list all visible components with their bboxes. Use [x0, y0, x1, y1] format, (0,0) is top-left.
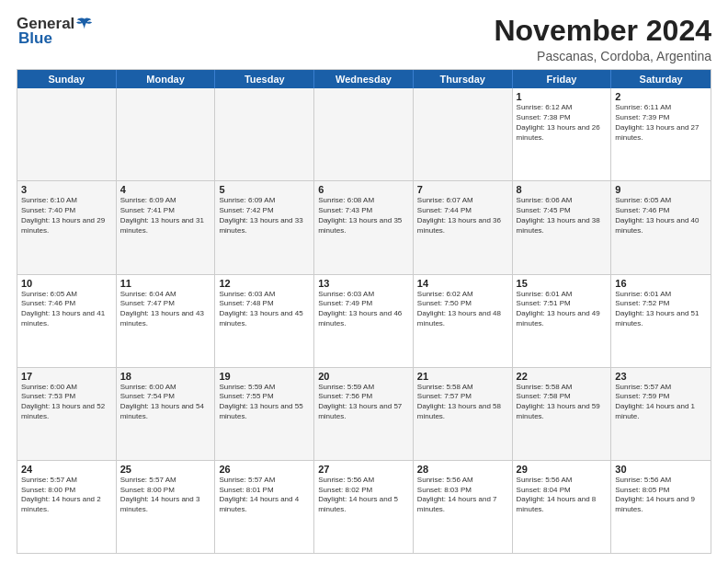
- day-number: 21: [417, 371, 508, 382]
- logo-bird-icon: [76, 16, 93, 32]
- calendar-cell: 3Sunrise: 6:10 AMSunset: 7:40 PMDaylight…: [17, 181, 117, 273]
- calendar-cell: 19Sunrise: 5:59 AMSunset: 7:55 PMDayligh…: [215, 368, 314, 460]
- cell-info: Sunrise: 6:03 AMSunset: 7:48 PMDaylight:…: [219, 290, 310, 329]
- calendar-header-day: Sunday: [17, 70, 117, 88]
- calendar-cell: 23Sunrise: 5:57 AMSunset: 7:59 PMDayligh…: [611, 368, 711, 460]
- calendar-cell: [117, 88, 216, 180]
- day-number: 15: [517, 278, 608, 289]
- calendar-cell: 11Sunrise: 6:04 AMSunset: 7:47 PMDayligh…: [117, 275, 216, 367]
- cell-info: Sunrise: 5:59 AMSunset: 7:56 PMDaylight:…: [318, 383, 409, 422]
- title-area: November 2024 Pascanas, Cordoba, Argenti…: [494, 15, 711, 63]
- day-number: 26: [219, 464, 310, 475]
- calendar-cell: [414, 88, 513, 180]
- calendar-cell: 2Sunrise: 6:11 AMSunset: 7:39 PMDaylight…: [611, 88, 711, 180]
- cell-info: Sunrise: 6:10 AMSunset: 7:40 PMDaylight:…: [21, 196, 112, 236]
- cell-info: Sunrise: 6:05 AMSunset: 7:46 PMDaylight:…: [615, 196, 707, 236]
- month-title: November 2024: [494, 15, 711, 47]
- calendar-row: 3Sunrise: 6:10 AMSunset: 7:40 PMDaylight…: [17, 180, 711, 273]
- cell-info: Sunrise: 6:09 AMSunset: 7:42 PMDaylight:…: [219, 196, 310, 236]
- cell-info: Sunrise: 5:56 AMSunset: 8:05 PMDaylight:…: [615, 476, 707, 515]
- day-number: 17: [21, 371, 112, 382]
- calendar-cell: 27Sunrise: 5:56 AMSunset: 8:02 PMDayligh…: [314, 461, 414, 553]
- calendar-cell: 8Sunrise: 6:06 AMSunset: 7:45 PMDaylight…: [513, 181, 612, 273]
- cell-info: Sunrise: 6:00 AMSunset: 7:53 PMDaylight:…: [21, 383, 112, 422]
- cell-info: Sunrise: 6:03 AMSunset: 7:49 PMDaylight:…: [318, 290, 409, 329]
- day-number: 28: [417, 464, 508, 475]
- cell-info: Sunrise: 6:05 AMSunset: 7:46 PMDaylight:…: [21, 290, 112, 329]
- calendar-cell: 30Sunrise: 5:56 AMSunset: 8:05 PMDayligh…: [611, 461, 711, 553]
- day-number: 9: [615, 184, 707, 195]
- day-number: 6: [318, 184, 409, 195]
- cell-info: Sunrise: 6:08 AMSunset: 7:43 PMDaylight:…: [318, 196, 409, 236]
- cell-info: Sunrise: 6:01 AMSunset: 7:51 PMDaylight:…: [517, 290, 608, 329]
- calendar-cell: 13Sunrise: 6:03 AMSunset: 7:49 PMDayligh…: [314, 275, 414, 367]
- calendar-cell: 26Sunrise: 5:57 AMSunset: 8:01 PMDayligh…: [215, 461, 314, 553]
- cell-info: Sunrise: 5:57 AMSunset: 7:59 PMDaylight:…: [615, 383, 707, 422]
- day-number: 18: [120, 371, 211, 382]
- cell-info: Sunrise: 6:02 AMSunset: 7:50 PMDaylight:…: [417, 290, 508, 329]
- calendar-row: 24Sunrise: 5:57 AMSunset: 8:00 PMDayligh…: [17, 460, 711, 553]
- cell-info: Sunrise: 6:06 AMSunset: 7:45 PMDaylight:…: [517, 196, 608, 236]
- calendar-cell: 17Sunrise: 6:00 AMSunset: 7:53 PMDayligh…: [17, 368, 117, 460]
- cell-info: Sunrise: 5:58 AMSunset: 7:57 PMDaylight:…: [417, 383, 508, 422]
- calendar-cell: 21Sunrise: 5:58 AMSunset: 7:57 PMDayligh…: [414, 368, 513, 460]
- day-number: 7: [417, 184, 508, 195]
- calendar-cell: 29Sunrise: 5:56 AMSunset: 8:04 PMDayligh…: [513, 461, 612, 553]
- day-number: 2: [615, 91, 707, 102]
- day-number: 24: [21, 464, 112, 475]
- calendar-cell: [314, 88, 414, 180]
- cell-info: Sunrise: 6:01 AMSunset: 7:52 PMDaylight:…: [615, 290, 707, 329]
- calendar-cell: 28Sunrise: 5:56 AMSunset: 8:03 PMDayligh…: [414, 461, 513, 553]
- day-number: 30: [615, 464, 707, 475]
- cell-info: Sunrise: 6:11 AMSunset: 7:39 PMDaylight:…: [615, 103, 707, 143]
- calendar-header-day: Saturday: [611, 70, 711, 88]
- cell-info: Sunrise: 5:57 AMSunset: 8:00 PMDaylight:…: [120, 476, 211, 515]
- calendar-cell: 18Sunrise: 6:00 AMSunset: 7:54 PMDayligh…: [117, 368, 216, 460]
- calendar-header-day: Wednesday: [314, 70, 414, 88]
- calendar-cell: 15Sunrise: 6:01 AMSunset: 7:51 PMDayligh…: [513, 275, 612, 367]
- day-number: 10: [21, 278, 112, 289]
- calendar: SundayMondayTuesdayWednesdayThursdayFrid…: [17, 69, 711, 554]
- calendar-cell: [215, 88, 314, 180]
- cell-info: Sunrise: 6:00 AMSunset: 7:54 PMDaylight:…: [120, 383, 211, 422]
- day-number: 8: [517, 184, 608, 195]
- day-number: 12: [219, 278, 310, 289]
- day-number: 3: [21, 184, 112, 195]
- logo: General Blue: [17, 15, 93, 48]
- cell-info: Sunrise: 5:57 AMSunset: 8:01 PMDaylight:…: [219, 476, 310, 515]
- day-number: 11: [120, 278, 211, 289]
- calendar-row: 17Sunrise: 6:00 AMSunset: 7:53 PMDayligh…: [17, 367, 711, 460]
- cell-info: Sunrise: 5:56 AMSunset: 8:04 PMDaylight:…: [517, 476, 608, 515]
- page: General Blue November 2024 Pascanas, Cor…: [0, 0, 728, 563]
- header: General Blue November 2024 Pascanas, Cor…: [17, 15, 711, 63]
- day-number: 25: [120, 464, 211, 475]
- day-number: 13: [318, 278, 409, 289]
- cell-info: Sunrise: 6:04 AMSunset: 7:47 PMDaylight:…: [120, 290, 211, 329]
- day-number: 29: [517, 464, 608, 475]
- calendar-cell: 24Sunrise: 5:57 AMSunset: 8:00 PMDayligh…: [17, 461, 117, 553]
- calendar-body: 1Sunrise: 6:12 AMSunset: 7:38 PMDaylight…: [17, 88, 711, 553]
- subtitle: Pascanas, Cordoba, Argentina: [494, 49, 711, 63]
- calendar-row: 1Sunrise: 6:12 AMSunset: 7:38 PMDaylight…: [17, 88, 711, 180]
- day-number: 5: [219, 184, 310, 195]
- calendar-cell: 25Sunrise: 5:57 AMSunset: 8:00 PMDayligh…: [117, 461, 216, 553]
- calendar-cell: 1Sunrise: 6:12 AMSunset: 7:38 PMDaylight…: [513, 88, 612, 180]
- calendar-cell: 7Sunrise: 6:07 AMSunset: 7:44 PMDaylight…: [414, 181, 513, 273]
- calendar-cell: 22Sunrise: 5:58 AMSunset: 7:58 PMDayligh…: [513, 368, 612, 460]
- cell-info: Sunrise: 5:58 AMSunset: 7:58 PMDaylight:…: [517, 383, 608, 422]
- calendar-cell: 4Sunrise: 6:09 AMSunset: 7:41 PMDaylight…: [117, 181, 216, 273]
- calendar-row: 10Sunrise: 6:05 AMSunset: 7:46 PMDayligh…: [17, 274, 711, 367]
- calendar-cell: 5Sunrise: 6:09 AMSunset: 7:42 PMDaylight…: [215, 181, 314, 273]
- logo-blue: Blue: [17, 29, 52, 48]
- cell-info: Sunrise: 6:09 AMSunset: 7:41 PMDaylight:…: [120, 196, 211, 236]
- day-number: 20: [318, 371, 409, 382]
- day-number: 4: [120, 184, 211, 195]
- calendar-cell: 6Sunrise: 6:08 AMSunset: 7:43 PMDaylight…: [314, 181, 414, 273]
- calendar-header-day: Tuesday: [215, 70, 314, 88]
- day-number: 27: [318, 464, 409, 475]
- day-number: 14: [417, 278, 508, 289]
- day-number: 22: [517, 371, 608, 382]
- day-number: 19: [219, 371, 310, 382]
- calendar-cell: 16Sunrise: 6:01 AMSunset: 7:52 PMDayligh…: [611, 275, 711, 367]
- day-number: 23: [615, 371, 707, 382]
